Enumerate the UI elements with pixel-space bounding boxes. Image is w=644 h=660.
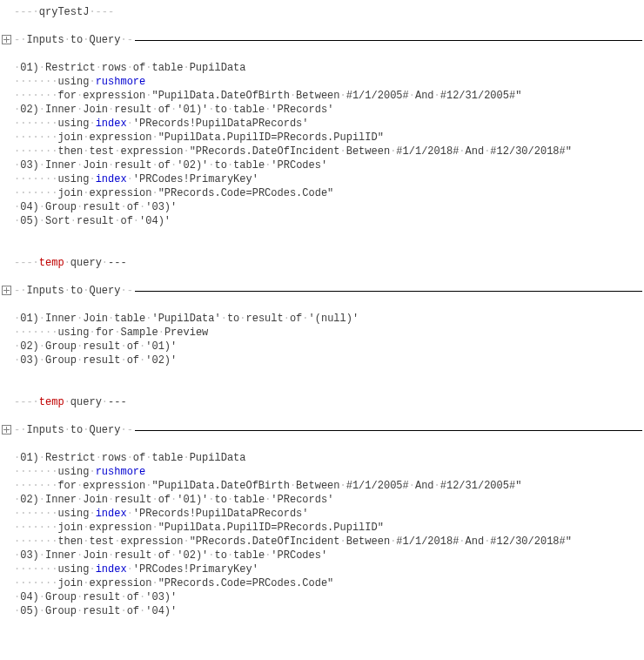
plan-step: ·······using·index·'PRecords!PupilDataPR… xyxy=(0,507,644,521)
plan-step: ·02)·Group·result·of·'01)' xyxy=(0,340,644,354)
plan-step: ·01)·Restrict·rows·of·table·PupilData xyxy=(0,61,644,75)
plan-step: ·······using·rushmore xyxy=(0,75,644,89)
plan-step: ·······then·test·expression·"PRecords.Da… xyxy=(0,535,644,549)
section-header-inputs-1: -·Inputs·to·Query·- xyxy=(0,33,644,47)
section-header-inputs-2: -·Inputs·to·Query·- xyxy=(0,284,644,298)
plan-step: ·······using·for·Sample·Preview xyxy=(0,326,644,340)
plan-step: ·04)·Group·result·of·'03)' xyxy=(0,590,644,604)
horizontal-rule xyxy=(135,430,642,431)
horizontal-rule xyxy=(135,40,642,41)
section-title-temp-1: ---·temp·query·--- xyxy=(0,256,644,270)
plan-step: ·05)·Sort·result·of·'04)' xyxy=(0,214,644,228)
plan-step: ·02)·Inner·Join·result·of·'01)'·to·table… xyxy=(0,493,644,507)
section-title-temp-2: ---·temp·query·--- xyxy=(0,395,644,409)
plan-step: ·······using·rushmore xyxy=(0,465,644,479)
expand-toggle[interactable] xyxy=(0,284,14,298)
plan-step: ·03)·Group·result·of·'02)' xyxy=(0,354,644,367)
plan-step: ·······join·expression·"PupilData.PupilI… xyxy=(0,521,644,535)
plan-step: ·······for·expression·"PupilData.DateOfB… xyxy=(0,89,644,103)
expand-toggle[interactable] xyxy=(0,423,14,437)
plan-step: ·······using·index·'PRCodes!PrimaryKey' xyxy=(0,562,644,576)
section-title-qrytestj: ---·qryTestJ·--- xyxy=(0,5,644,19)
plus-box-icon xyxy=(2,425,11,434)
plan-step: ·05)·Group·result·of·'04)' xyxy=(0,604,644,618)
horizontal-rule xyxy=(135,291,642,292)
plus-box-icon xyxy=(2,35,11,44)
plan-step: ·······join·expression·"PRecords.Code=PR… xyxy=(0,186,644,200)
plan-step: ·03)·Inner·Join·result·of·'02)'·to·table… xyxy=(0,158,644,172)
plan-step: ·······for·expression·"PupilData.DateOfB… xyxy=(0,479,644,493)
plan-step: ·04)·Group·result·of·'03)' xyxy=(0,200,644,214)
plan-step: ·······using·index·'PRecords!PupilDataPR… xyxy=(0,117,644,131)
plus-box-icon xyxy=(2,286,11,295)
plan-step: ·······using·index·'PRCodes!PrimaryKey' xyxy=(0,172,644,186)
plan-step: ·······join·expression·"PRecords.Code=PR… xyxy=(0,576,644,590)
section-header-inputs-3: -·Inputs·to·Query·- xyxy=(0,423,644,437)
plan-step: ·01)·Inner·Join·table·'PupilData'·to·res… xyxy=(0,312,644,326)
query-plan-document: ---·qryTestJ·--- -·Inputs·to·Query·- ·01… xyxy=(0,0,644,636)
expand-toggle[interactable] xyxy=(0,33,14,47)
plan-step: ·02)·Inner·Join·result·of·'01)'·to·table… xyxy=(0,103,644,117)
plan-step: ·03)·Inner·Join·result·of·'02)'·to·table… xyxy=(0,549,644,562)
plan-step: ·······join·expression·"PupilData.PupilI… xyxy=(0,131,644,145)
plan-step: ·······then·test·expression·"PRecords.Da… xyxy=(0,145,644,158)
plan-step: ·01)·Restrict·rows·of·table·PupilData xyxy=(0,451,644,465)
